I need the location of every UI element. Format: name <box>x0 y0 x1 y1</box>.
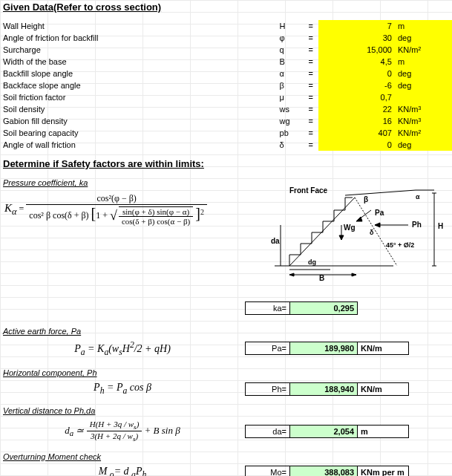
param-value[interactable]: 16 <box>318 115 395 127</box>
params-table: Wall HeightH=7mAngle of friction for bac… <box>0 20 452 151</box>
param-symbol: δ <box>277 139 304 151</box>
result-ka: ka= 0,295 <box>245 301 358 315</box>
param-label: Angle of wall friction <box>0 139 277 151</box>
svg-text:B: B <box>319 274 324 281</box>
formula-ph: Ph = Pa cos β <box>0 379 245 399</box>
param-unit: deg <box>395 79 452 91</box>
svg-text:dg: dg <box>308 258 316 266</box>
cross-section-diagram: Front Face β Pa Ph Wg H da dg B δ 45° + … <box>245 184 445 281</box>
param-label: Width of the base <box>0 56 277 68</box>
section-given-data: Given Data(Refer to cross section) <box>0 0 452 14</box>
result-ph-unit: KN/m <box>357 382 409 396</box>
svg-text:Wg: Wg <box>344 224 356 232</box>
formula-mo: M o= d aPh <box>0 463 245 476</box>
svg-line-4 <box>355 198 397 266</box>
svg-text:da: da <box>271 237 280 245</box>
param-symbol: β <box>277 79 304 91</box>
param-label: Wall Height <box>0 20 277 32</box>
svg-marker-15 <box>289 273 294 276</box>
param-label: Angle of friction for backfill <box>0 32 277 44</box>
param-label: Soil friction factor <box>0 91 277 103</box>
param-unit: KN/m² <box>395 127 452 139</box>
table-row: Soil bearing capacitypb=407KN/m² <box>0 127 452 139</box>
param-unit: m <box>395 20 452 32</box>
table-row: Surchargeq=15,000KN/m² <box>0 44 452 56</box>
param-value[interactable]: 407 <box>318 127 395 139</box>
formula-pa: Pa = Ka(wsH2/2 + qH) <box>0 337 245 359</box>
param-value[interactable]: 22 <box>318 103 395 115</box>
equals-sign: = <box>304 127 319 139</box>
equals-sign: = <box>304 56 319 68</box>
svg-text:H: H <box>438 222 443 230</box>
table-row: Wall HeightH=7m <box>0 20 452 32</box>
param-label: Soil bearing capacity <box>0 127 277 139</box>
equals-sign: = <box>304 91 319 103</box>
param-value[interactable]: 30 <box>318 32 395 44</box>
param-symbol: pb <box>277 127 304 139</box>
param-symbol: ws <box>277 103 304 115</box>
svg-text:Ph: Ph <box>412 221 422 229</box>
svg-text:δ: δ <box>370 229 374 236</box>
param-symbol: B <box>277 56 304 68</box>
equals-sign: = <box>304 44 319 56</box>
svg-text:β: β <box>364 195 368 203</box>
heading-overturning: Overturning Moment check <box>0 451 452 463</box>
param-unit: KN/m³ <box>395 115 452 127</box>
heading-active-force: Active earth force, Pa <box>0 325 452 337</box>
result-da: da= 2,054 <box>245 425 358 438</box>
heading-vert-dist: Vertical distance to Ph,da <box>0 405 452 417</box>
result-mo-unit: KNm per m <box>357 466 409 476</box>
param-label: Gabion fill density <box>0 115 277 127</box>
svg-marker-8 <box>375 223 380 227</box>
param-symbol: α <box>277 68 304 79</box>
param-symbol: wg <box>277 115 304 127</box>
svg-text:Front Face: Front Face <box>289 186 328 195</box>
table-row: Soil densityws=22KN/m³ <box>0 103 452 115</box>
equals-sign: = <box>304 115 319 127</box>
param-unit: deg <box>395 68 452 79</box>
equals-sign: = <box>304 20 319 32</box>
param-label: Backface slope angle <box>0 79 277 91</box>
param-value[interactable]: 7 <box>318 20 395 32</box>
param-label: Backfill slope angle <box>0 68 277 79</box>
section-determine: Determine if Safety factors are within l… <box>0 157 452 171</box>
result-mo: Mo= 388,083 <box>245 466 358 476</box>
param-symbol: φ <box>277 32 304 44</box>
svg-text:45° + Ø/2: 45° + Ø/2 <box>386 241 414 249</box>
table-row: Angle of wall frictionδ=0deg <box>0 139 452 151</box>
svg-line-0 <box>345 190 416 195</box>
table-row: Gabion fill densitywg=16KN/m³ <box>0 115 452 127</box>
table-row: Backfill slope angleα=0deg <box>0 68 452 79</box>
formula-da: da ≃ H(H + 3q / ws) 3(H + 2q / ws) + B s… <box>0 417 245 446</box>
param-symbol: q <box>277 44 304 56</box>
table-row: Width of the baseB=4,5m <box>0 56 452 68</box>
svg-text:α: α <box>416 193 420 200</box>
svg-marker-16 <box>352 273 356 276</box>
param-value[interactable]: 0,7 <box>318 91 395 103</box>
svg-marker-10 <box>339 235 344 240</box>
param-value[interactable]: 4,5 <box>318 56 395 68</box>
param-unit: deg <box>395 32 452 44</box>
param-value[interactable]: 0 <box>318 68 395 79</box>
param-unit: KN/m² <box>395 44 452 56</box>
param-label: Surcharge <box>0 44 277 56</box>
equals-sign: = <box>304 103 319 115</box>
result-pa-unit: KN/m <box>357 342 409 355</box>
heading-horiz-comp: Horizontal component, Ph <box>0 367 452 379</box>
equals-sign: = <box>304 32 319 44</box>
param-symbol: H <box>277 20 304 32</box>
table-row: Angle of friction for backfillφ=30deg <box>0 32 452 44</box>
param-value[interactable]: -6 <box>318 79 395 91</box>
result-pa: Pa= 189,980 <box>245 342 358 355</box>
param-unit <box>395 91 452 103</box>
equals-sign: = <box>304 79 319 91</box>
svg-line-2 <box>289 198 355 266</box>
equals-sign: = <box>304 68 319 79</box>
param-value[interactable]: 15,000 <box>318 44 395 56</box>
param-value[interactable]: 0 <box>318 139 395 151</box>
equals-sign: = <box>304 139 319 151</box>
param-symbol: μ <box>277 91 304 103</box>
param-unit: KN/m³ <box>395 103 452 115</box>
param-unit: deg <box>395 139 452 151</box>
table-row: Soil friction factorμ=0,7 <box>0 91 452 103</box>
